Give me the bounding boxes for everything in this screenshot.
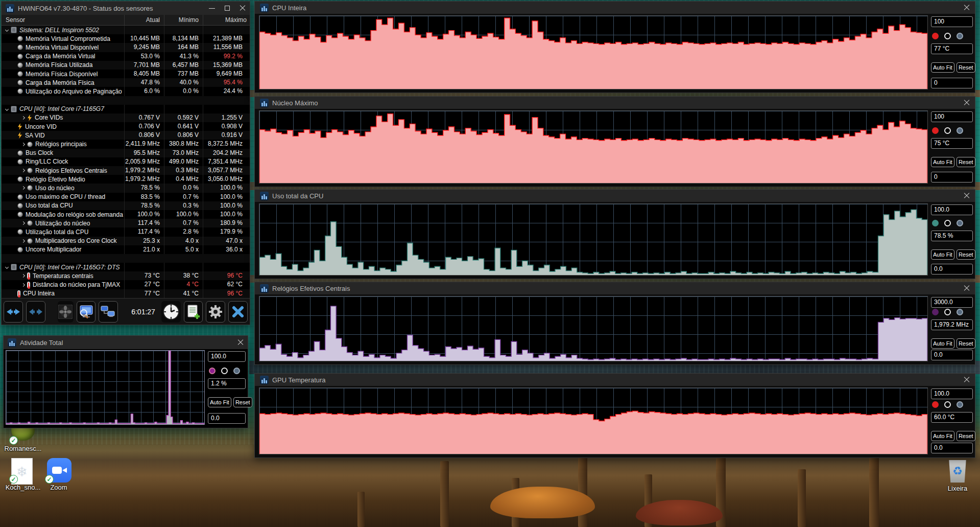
expander-chevron-icon[interactable]	[5, 265, 9, 269]
series-color-dot[interactable]	[957, 401, 963, 408]
sensor-row[interactable]: Modulação do relógio sob demanda100.0 %1…	[2, 210, 250, 219]
sensor-window-titlebar[interactable]: HWiNFO64 v7.30-4870 - Status dos sensore…	[2, 2, 250, 15]
expander-chevron-icon[interactable]	[21, 221, 25, 225]
series-color-dot[interactable]	[932, 309, 939, 315]
sensor-group-row[interactable]: CPU [#0]: Intel Core i7-1165G7	[2, 105, 250, 113]
series-color-dots[interactable]	[932, 220, 973, 226]
series-color-dot[interactable]	[209, 368, 216, 374]
expander-chevron-icon[interactable]	[21, 142, 25, 146]
close-icon[interactable]	[964, 5, 970, 11]
series-color-dot[interactable]	[932, 220, 939, 226]
sensor-row[interactable]: Uso total da CPU78.5 %0.3 %100.0 %	[2, 201, 250, 210]
reset-button[interactable]: Reset	[957, 249, 975, 260]
graph-window-titlebar[interactable]: CPU Inteira	[255, 2, 975, 14]
sensor-row[interactable]: SA VID0.806 V0.806 V0.916 V	[2, 131, 250, 140]
sensor-group-row[interactable]: CPU [#0]: Intel Core i7-1165G7: DTS	[2, 263, 250, 271]
close-icon[interactable]	[240, 5, 246, 11]
auto-fit-button[interactable]: Auto Fit	[931, 62, 954, 73]
series-color-dots[interactable]	[932, 33, 973, 39]
close-icon[interactable]	[964, 193, 970, 199]
series-color-dot[interactable]	[944, 401, 951, 408]
sensor-row[interactable]: Memória Virtual Disponível9,245 MB164 MB…	[2, 43, 250, 52]
sensor-row[interactable]: CPU Inteira77 °C41 °C96 °C	[2, 289, 250, 298]
column-header-minimo[interactable]: Mínimo	[164, 15, 203, 25]
reset-button[interactable]: Reset	[957, 338, 975, 349]
expander-chevron-icon[interactable]	[21, 274, 25, 278]
sensor-row[interactable]: Carga da Memória Virtual53.0 %41.3 %99.2…	[2, 52, 250, 61]
sensor-row[interactable]: Carga da Memória Física47.8 %40.0 %95.4 …	[2, 78, 250, 87]
sensor-row[interactable]: Multiplicadores do Core Clock25.3 x4.0 x…	[2, 237, 250, 245]
series-color-dot[interactable]	[944, 127, 951, 134]
sensor-row[interactable]: Memória Virtual Comprometida10,445 MB8,1…	[2, 34, 250, 43]
expander-chevron-icon[interactable]	[21, 239, 25, 243]
auto-fit-button[interactable]: Auto Fit	[931, 157, 954, 167]
graph-window-titlebar[interactable]: Relógios Efetivos Centrais	[255, 282, 975, 294]
expander-chevron-icon[interactable]	[21, 186, 25, 190]
sensor-row[interactable]: Utilização do Arquivo de Paginação6.0 %0…	[2, 87, 250, 96]
exit-button[interactable]	[228, 301, 248, 323]
sensor-row[interactable]: Distância do núcleo para TjMAX27 °C4 °C6…	[2, 280, 250, 289]
series-color-dot[interactable]	[944, 33, 951, 39]
clock-icon-button[interactable]	[161, 301, 181, 323]
sensor-row[interactable]: Relógio Efetivo Médio1,979.2 MHz0.4 MHz3…	[2, 175, 250, 184]
series-color-dots[interactable]	[932, 401, 973, 408]
series-color-dot[interactable]	[957, 220, 963, 226]
column-header-atual[interactable]: Atual	[124, 15, 164, 25]
settings-gear-button[interactable]	[206, 301, 225, 323]
reset-button[interactable]: Reset	[233, 397, 252, 407]
series-color-dot[interactable]	[957, 127, 963, 134]
reset-button[interactable]: Reset	[957, 157, 975, 167]
sensor-row[interactable]: Relógios Efetivos Centrais1,979.2 MHz0.3…	[2, 166, 250, 175]
expander-chevron-icon[interactable]	[21, 283, 25, 286]
sensor-row[interactable]: Uncore Multiplicador21.0 x5.0 x36.0 x	[2, 245, 250, 254]
report-log-button[interactable]	[184, 301, 203, 323]
sensor-row[interactable]: Utilização do núcleo117.4 %0.7 %180.9 %	[2, 219, 250, 227]
expander-chevron-icon[interactable]	[5, 28, 9, 32]
sensor-group-row[interactable]: Sistema: DELL Inspiron 5502	[2, 26, 250, 34]
series-color-dot[interactable]	[932, 127, 939, 134]
sensor-row[interactable]: Memória Física Disponível8,405 MB737 MB9…	[2, 70, 250, 78]
series-color-dot[interactable]	[957, 309, 963, 315]
close-icon[interactable]	[964, 377, 970, 383]
column-header-sensor[interactable]: Sensor	[2, 15, 124, 25]
sensor-row[interactable]: Uso do núcleo78.5 %0.0 %100.0 %	[2, 184, 250, 192]
sensor-row[interactable]: Uncore VID0.706 V0.641 V0.908 V	[2, 122, 250, 131]
graph-window-titlebar[interactable]: GPU Temperatura	[255, 374, 975, 386]
sensor-row[interactable]: Utilização total da CPU117.4 %2.8 %179.9…	[2, 227, 250, 236]
close-icon[interactable]	[964, 285, 970, 291]
sensor-row[interactable]: Relógios principais2,411.9 MHz380.8 MHz8…	[2, 140, 250, 148]
series-color-dots[interactable]	[209, 368, 246, 374]
sensor-row[interactable]: Bus Clock95.5 MHz73.0 MHz204.2 MHz	[2, 149, 250, 157]
fan-control-button[interactable]	[58, 301, 74, 323]
expander-chevron-icon[interactable]	[21, 169, 25, 172]
auto-fit-button[interactable]: Auto Fit	[931, 338, 954, 349]
sensor-row[interactable]: Temperaturas centrais73 °C38 °C96 °C	[2, 271, 250, 280]
series-color-dot[interactable]	[221, 368, 228, 374]
graph-window-titlebar[interactable]: Núcleo Máximo	[255, 97, 975, 109]
auto-fit-button[interactable]: Auto Fit	[931, 249, 954, 260]
series-color-dot[interactable]	[944, 220, 951, 226]
sensor-row[interactable]: Ring/LLC Clock2,005.9 MHz499.0 MHz7,351.…	[2, 157, 250, 166]
expand-columns-button[interactable]	[4, 301, 23, 323]
series-color-dot[interactable]	[932, 33, 939, 39]
maximize-icon[interactable]	[224, 5, 230, 11]
sensor-row[interactable]: Uso máximo de CPU / thread83.5 %0.7 %100…	[2, 193, 250, 201]
column-header-maximo[interactable]: Máximo	[203, 15, 251, 25]
collapse-columns-button[interactable]	[26, 301, 45, 323]
sensor-row[interactable]: Memória Física Utilizada7,701 MB6,457 MB…	[2, 61, 250, 70]
reset-button[interactable]: Reset	[957, 62, 975, 73]
graph-window-titlebar[interactable]: Uso total da CPU	[255, 190, 975, 202]
series-color-dot[interactable]	[944, 309, 951, 315]
series-color-dot[interactable]	[233, 368, 240, 374]
activity-window-titlebar[interactable]: Atividade Total	[4, 336, 248, 349]
desktop-icon-zoom[interactable]: ✓ Zoom	[37, 458, 81, 491]
desktop-icon-recycle-bin[interactable]: ♻ Lixeira	[936, 460, 979, 492]
network-monitor-button[interactable]	[99, 301, 118, 323]
minimize-icon[interactable]	[209, 5, 215, 11]
expander-chevron-icon[interactable]	[5, 107, 9, 111]
series-color-dots[interactable]	[932, 309, 973, 315]
series-color-dot[interactable]	[957, 33, 963, 39]
close-icon[interactable]	[237, 339, 244, 346]
sensor-row[interactable]: Core VIDs0.767 V0.592 V1.255 V	[2, 113, 250, 122]
auto-fit-button[interactable]: Auto Fit	[208, 397, 231, 407]
